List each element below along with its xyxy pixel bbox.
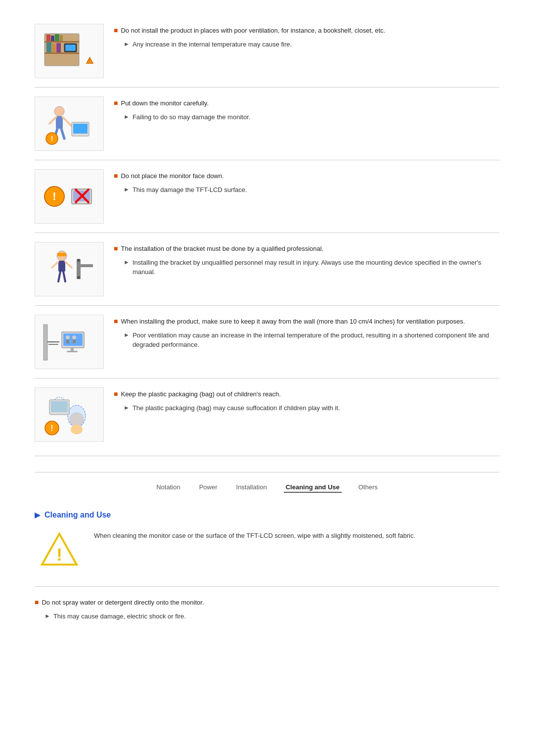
main-point-plastic-bag: ■ Keep the plastic packaging (bag) out o… <box>114 389 499 399</box>
arrow-icon: ► <box>124 331 130 338</box>
safety-item-careful: ! ■ Put down the monitor carefully. ► Fa… <box>35 88 499 160</box>
svg-rect-8 <box>52 44 56 52</box>
svg-point-55 <box>68 405 86 427</box>
item-content-plastic-bag: ■ Keep the plastic packaging (bag) out o… <box>114 387 499 413</box>
svg-rect-21 <box>73 124 88 134</box>
item-content-wall-distance: ■ When installing the product, make sure… <box>114 315 499 350</box>
sub-point-wall-distance: ► Poor ventilation may cause an increase… <box>124 331 499 350</box>
tab-notation[interactable]: Notation <box>154 482 182 493</box>
plastic-bag-illustration: ! <box>40 392 99 437</box>
svg-rect-41 <box>44 325 47 360</box>
main-text-wall-distance: When installing the product, make sure t… <box>121 317 465 327</box>
svg-rect-51 <box>73 339 76 343</box>
main-text-careful: Put down the monitor carefully. <box>121 98 209 108</box>
tab-power[interactable]: Power <box>197 482 220 493</box>
svg-rect-1 <box>44 41 79 43</box>
warning-triangle-icon: ! <box>40 532 79 567</box>
sub-text-facedown: This may damage the TFT-LCD surface. <box>133 185 247 195</box>
svg-rect-32 <box>58 261 65 272</box>
svg-point-50 <box>72 335 76 339</box>
cleaning-intro-text: When cleaning the monitor case or the su… <box>94 527 415 541</box>
main-point-ventilation: ■ Do not install the product in places w… <box>114 26 499 36</box>
svg-rect-60 <box>51 401 68 412</box>
sub-point-bracket: ► Installing the bracket by unqualified … <box>124 258 499 277</box>
safety-item-wall-distance: ↔ ■ When installing the pro <box>35 306 499 378</box>
item-content-careful: ■ Put down the monitor carefully. ► Fail… <box>114 96 499 122</box>
item-image-bracket <box>35 242 104 296</box>
svg-point-40 <box>77 276 80 279</box>
svg-text:!: ! <box>51 135 53 142</box>
svg-line-19 <box>61 129 64 139</box>
sub-text-wall-distance: Poor ventilation may cause an increase i… <box>133 331 499 350</box>
svg-rect-7 <box>46 43 51 52</box>
sub-point-careful: ► Failing to do so may damage the monito… <box>124 112 499 122</box>
cleaning-sub-point: ► This may cause damage, electric shock … <box>44 612 499 621</box>
arrow-icon: ► <box>124 404 130 411</box>
svg-point-14 <box>54 106 64 116</box>
bullet-icon: ■ <box>114 26 118 34</box>
svg-rect-3 <box>46 35 50 41</box>
main-page: ! ■ Do not install the product in places… <box>25 0 509 645</box>
tab-others[interactable]: Others <box>356 482 380 493</box>
arrow-icon: ► <box>124 259 130 266</box>
main-point-bracket: ■ The installation of the bracket must b… <box>114 244 499 254</box>
wall-distance-illustration: ↔ <box>40 320 99 364</box>
svg-rect-49 <box>66 339 69 343</box>
svg-line-33 <box>52 262 58 268</box>
main-text-facedown: Do not place the monitor face down. <box>121 171 223 181</box>
cleaning-sub-text: This may cause damage, electric shock or… <box>53 612 186 621</box>
item-content-bracket: ■ The installation of the bracket must b… <box>114 242 499 277</box>
tab-cleaning-and-use[interactable]: Cleaning and Use <box>284 482 342 493</box>
careful-illustration: ! <box>40 101 99 146</box>
svg-line-36 <box>63 272 65 282</box>
main-point-facedown: ■ Do not place the monitor face down. <box>114 171 499 181</box>
sub-text-plastic-bag: The plastic packaging (bag) may cause su… <box>133 403 340 413</box>
svg-rect-6 <box>60 35 63 41</box>
sub-text-ventilation: Any increase in the internal temperature… <box>133 40 292 49</box>
safety-item-plastic-bag: ! ■ Keep the plastic packaging (bag) out… <box>35 378 499 451</box>
item-image-careful: ! <box>35 96 104 151</box>
tabs-container: Notation Power Installation Cleaning and… <box>35 472 499 500</box>
safety-items-list: ! ■ Do not install the product in places… <box>35 15 499 451</box>
cleaning-intro: ! When cleaning the monitor case or the … <box>35 527 499 579</box>
cleaning-section: ▶ Cleaning and Use ! When cleaning the m… <box>35 510 499 630</box>
item-image-facedown: ! <box>35 169 104 224</box>
cleaning-item-content: ■ Do not spray water or detergent direct… <box>35 596 499 621</box>
warning-triangle-container: ! <box>35 527 84 571</box>
svg-text:!: ! <box>50 424 53 432</box>
svg-rect-15 <box>56 116 63 129</box>
item-image-wall-distance: ↔ <box>35 315 104 369</box>
main-point-wall-distance: ■ When installing the product, make sure… <box>114 317 499 327</box>
sub-text-careful: Failing to do so may damage the monitor. <box>133 112 250 122</box>
main-text-plastic-bag: Keep the plastic packaging (bag) out of … <box>121 389 280 399</box>
sub-text-bracket: Installing the bracket by unqualified pe… <box>133 258 499 277</box>
svg-text:!: ! <box>56 545 62 564</box>
main-point-careful: ■ Put down the monitor carefully. <box>114 98 499 108</box>
arrow-icon: ► <box>124 41 130 47</box>
bullet-icon: ■ <box>114 99 118 107</box>
facedown-illustration: ! <box>40 174 99 219</box>
svg-rect-4 <box>51 36 54 41</box>
svg-point-48 <box>66 335 70 339</box>
svg-rect-31 <box>57 253 66 256</box>
cleaning-item-no-spray: ■ Do not spray water or detergent direct… <box>35 586 499 630</box>
bullet-icon: ■ <box>35 598 39 606</box>
cleaning-main-point: ■ Do not spray water or detergent direct… <box>35 598 499 608</box>
svg-rect-5 <box>55 34 59 41</box>
safety-item-bracket: ■ The installation of the bracket must b… <box>35 233 499 306</box>
svg-text:!: ! <box>89 58 90 63</box>
bracket-illustration <box>40 247 99 291</box>
main-text-bracket: The installation of the bracket must be … <box>121 244 323 254</box>
svg-point-56 <box>71 425 83 434</box>
tab-installation[interactable]: Installation <box>234 482 269 493</box>
arrow-icon: ► <box>124 113 130 120</box>
svg-rect-53 <box>67 351 78 352</box>
svg-line-34 <box>65 262 72 268</box>
cleaning-main-text: Do not spray water or detergent directly… <box>42 598 204 608</box>
bullet-icon: ■ <box>114 172 118 180</box>
sub-point-ventilation: ► Any increase in the internal temperatu… <box>124 40 499 49</box>
item-image-plastic-bag: ! <box>35 387 104 442</box>
sub-point-facedown: ► This may damage the TFT-LCD surface. <box>124 185 499 195</box>
cleaning-section-title: Cleaning and Use <box>44 511 111 520</box>
item-image-ventilation: ! <box>35 24 104 78</box>
